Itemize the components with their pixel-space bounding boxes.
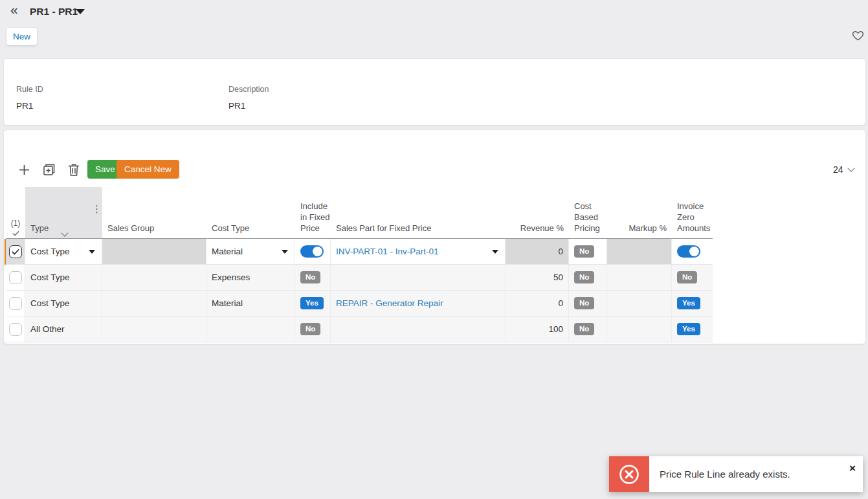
error-icon-panel (609, 456, 649, 492)
price-rule-lines-table: (1) Type Sales Group Cost Type Include i… (6, 187, 713, 342)
cost-based-pricing-cell: No (569, 316, 607, 342)
back-icon[interactable]: « (10, 2, 17, 17)
type-cell: Cost Type (25, 291, 102, 316)
column-header-sales-group[interactable]: Sales Group (102, 187, 206, 238)
include-in-fixed-price-cell: Yes (295, 291, 331, 316)
status-badge: No (300, 323, 320, 336)
dropdown-caret-icon[interactable] (282, 250, 288, 254)
revenue-cell: 50 (506, 265, 569, 291)
status-badge: Yes (677, 297, 700, 310)
price-rule-lines-card: Save Cancel New 24 (1) Type Sales Group … (3, 129, 866, 344)
select-all-column-header[interactable]: (1) (6, 187, 25, 238)
include-in-fixed-price-cell: No (295, 265, 331, 291)
favorite-heart-icon[interactable] (852, 30, 864, 41)
cost-based-pricing-cell: No (569, 291, 607, 316)
delete-row-icon[interactable] (68, 163, 80, 176)
duplicate-row-icon[interactable] (42, 162, 56, 177)
table-row: Cost Type Material Yes REPAIR - Generato… (6, 291, 713, 316)
new-button[interactable]: New (6, 28, 37, 45)
cost-based-pricing-cell: No (569, 239, 607, 265)
markup-cell (607, 316, 672, 342)
cost-type-cell: Material (206, 291, 295, 316)
dropdown-caret-icon[interactable] (492, 250, 498, 254)
row-checkbox-cell (6, 239, 25, 265)
page-size-selector[interactable]: 24 (833, 164, 854, 175)
column-header-invoice-zero-amounts[interactable]: Invoice Zero Amounts (672, 187, 713, 238)
column-header-markup[interactable]: Markup % (607, 187, 672, 238)
cancel-new-button[interactable]: Cancel New (117, 160, 179, 179)
include-toggle-on[interactable] (300, 245, 324, 258)
status-badge: Yes (300, 297, 324, 310)
invoice-zero-amounts-cell: No (672, 265, 713, 291)
invoice-zero-amounts-cell: Yes (672, 291, 713, 316)
row-checkbox[interactable] (9, 245, 22, 258)
include-in-fixed-price-cell (295, 239, 331, 265)
sales-part-cell: REPAIR - Generator Repair (331, 291, 506, 316)
column-header-revenue[interactable]: Revenue % (506, 187, 569, 238)
markup-cell (607, 239, 672, 265)
include-in-fixed-price-cell: No (295, 316, 331, 342)
sales-group-cell (102, 239, 206, 265)
sort-chevron-icon (61, 229, 68, 236)
sales-part-cell (331, 265, 506, 291)
column-header-sales-part[interactable]: Sales Part for Fixed Price (331, 187, 506, 238)
cost-type-cell: Expenses (206, 265, 295, 291)
cost-based-pricing-cell: No (569, 265, 607, 291)
status-badge: No (300, 271, 320, 284)
invoice-zero-amounts-cell (672, 239, 713, 265)
table-row: All Other No 100 No Yes (6, 316, 713, 342)
dropdown-caret-icon[interactable] (89, 250, 95, 254)
page-title: PR1 - PR1 (30, 6, 78, 17)
sales-group-cell (102, 291, 206, 316)
column-header-type[interactable]: Type (25, 187, 102, 238)
revenue-cell: 0 (506, 239, 569, 265)
row-checkbox-cell (6, 316, 25, 342)
circle-x-error-icon (618, 463, 641, 486)
rule-form-card: Rule ID PR1 Description PR1 (3, 58, 866, 126)
column-header-type-label: Type (30, 223, 49, 234)
cost-type-cell[interactable]: Material (206, 239, 295, 265)
row-checkbox[interactable] (9, 323, 22, 336)
page-canvas: « PR1 - PR1 New Rule ID PR1 Description … (0, 0, 868, 499)
status-badge: No (574, 245, 594, 258)
column-header-include-in-fixed-price[interactable]: Include in Fixed Price (295, 187, 331, 238)
sales-group-cell (102, 265, 206, 291)
table-row: Cost Type Expenses No 50 No No (6, 265, 713, 291)
description-value: PR1 (228, 101, 245, 111)
sales-part-link[interactable]: INV-PART-01 - Inv-Part-01 (336, 247, 439, 256)
column-menu-kebab-icon[interactable]: ⋮ (92, 204, 102, 214)
add-row-icon[interactable] (17, 163, 30, 176)
status-badge: No (574, 323, 594, 336)
error-toast: Price Rule Line already exists. × (609, 456, 863, 492)
markup-cell (607, 265, 672, 291)
page-size-value: 24 (833, 164, 843, 175)
cost-type-cell (206, 316, 295, 342)
type-cell: Cost Type (25, 265, 102, 291)
toast-message: Price Rule Line already exists. (649, 456, 863, 492)
row-checkbox[interactable] (9, 271, 22, 284)
status-badge: No (574, 297, 594, 310)
sales-part-cell (331, 316, 506, 342)
chevron-down-icon (847, 164, 854, 172)
revenue-cell: 100 (506, 316, 569, 342)
invoice-zero-amounts-cell: Yes (672, 316, 713, 342)
revenue-cell: 0 (506, 291, 569, 316)
description-label: Description (228, 85, 269, 94)
type-cell[interactable]: Cost Type (25, 239, 102, 265)
invoice-zero-toggle-on[interactable] (677, 245, 700, 258)
column-header-cost-type[interactable]: Cost Type (206, 187, 295, 238)
status-badge: Yes (677, 323, 700, 336)
table-row: Cost Type Material INV-PART-01 - Inv-Par… (6, 239, 713, 265)
selection-count: (1) (11, 219, 21, 229)
row-checkbox[interactable] (9, 297, 22, 310)
sales-group-cell (102, 316, 206, 342)
table-header-row: (1) Type Sales Group Cost Type Include i… (6, 187, 713, 239)
rule-id-value: PR1 (16, 101, 33, 111)
rule-id-label: Rule ID (16, 85, 43, 94)
title-dropdown-icon[interactable] (76, 9, 85, 14)
sales-part-link[interactable]: REPAIR - Generator Repair (336, 298, 443, 308)
page-header: « PR1 - PR1 (0, 0, 868, 23)
column-header-cost-based-pricing[interactable]: Cost Based Pricing (569, 187, 607, 238)
toast-close-icon[interactable]: × (849, 463, 856, 474)
sales-part-cell[interactable]: INV-PART-01 - Inv-Part-01 (331, 239, 506, 265)
